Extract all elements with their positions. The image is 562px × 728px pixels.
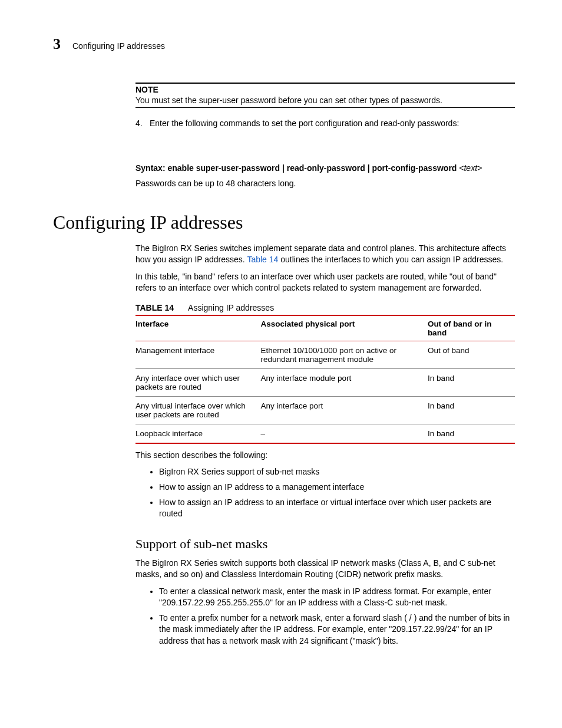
note-label: NOTE [135, 85, 515, 94]
cell: In band [428, 396, 515, 424]
cell: Loopback interface [135, 424, 261, 443]
table-row: Any virtual interface over which user pa… [135, 396, 515, 424]
cell: Out of band [428, 341, 515, 368]
list-item: BigIron RX Series support of sub-net mas… [159, 466, 515, 478]
cell: In band [428, 424, 515, 443]
step-4: 4. Enter the following commands to set t… [135, 118, 515, 128]
section-bullet-list: BigIron RX Series support of sub-net mas… [135, 466, 515, 519]
list-item: To enter a classical network mask, enter… [159, 586, 515, 609]
table-row: Loopback interface – In band [135, 424, 515, 443]
cell: – [261, 424, 428, 443]
th-band: Out of band or in band [428, 315, 515, 341]
intro-paragraph-1: The BigIron RX Series switches implement… [135, 243, 515, 265]
cell: Any interface port [261, 396, 428, 424]
note-text: You must set the super-user password bef… [135, 95, 515, 105]
cell: Any interface over which user packets ar… [135, 368, 261, 396]
list-item: How to assign an IP address to an interf… [159, 497, 515, 520]
rule [135, 107, 515, 108]
section-heading: Configuring IP addresses [53, 212, 515, 233]
step-text: Enter the following commands to set the … [150, 118, 459, 128]
subnet-bullet-list: To enter a classical network mask, enter… [135, 586, 515, 647]
subsection-paragraph: The BigIron RX Series switch supports bo… [135, 558, 515, 580]
section-intro: This section describes the following: [135, 450, 515, 461]
chapter-number: 3 [53, 35, 61, 53]
text: outlines the interfaces to which you can… [278, 255, 503, 264]
ip-address-table: Interface Associated physical port Out o… [135, 315, 515, 444]
cell: Management interface [135, 341, 261, 368]
table-row: Management interface Ethernet 10/100/100… [135, 341, 515, 368]
cell: In band [428, 368, 515, 396]
table-row: Any interface over which user packets ar… [135, 368, 515, 396]
syntax-prefix: Syntax: [135, 163, 167, 173]
password-note: Passwords can be up to 48 characters lon… [135, 179, 515, 188]
syntax-arg: <text> [457, 163, 482, 173]
table-header-row: Interface Associated physical port Out o… [135, 315, 515, 341]
subsection-heading: Support of sub-net masks [135, 536, 515, 552]
syntax-command: enable super-user-password | read-only-p… [167, 163, 457, 173]
cell: Ethernet 10/100/1000 port on active or r… [261, 341, 428, 368]
syntax-line: Syntax: enable super-user-password | rea… [135, 163, 515, 173]
cell: Any virtual interface over which user pa… [135, 396, 261, 424]
step-number: 4. [135, 118, 150, 128]
section-body: The BigIron RX Series switches implement… [135, 243, 515, 647]
th-port: Associated physical port [261, 315, 428, 341]
th-interface: Interface [135, 315, 261, 341]
running-title: Configuring IP addresses [72, 41, 165, 51]
table-ref-link[interactable]: Table 14 [247, 255, 278, 264]
page: 3 Configuring IP addresses NOTE You must… [0, 0, 562, 687]
intro-paragraph-2: In this table, "in band" refers to an in… [135, 271, 515, 294]
running-header: 3 Configuring IP addresses [53, 35, 515, 53]
rule [135, 83, 515, 84]
table-caption: TABLE 14Assigning IP addresses [135, 303, 515, 312]
table-number: TABLE 14 [135, 303, 174, 312]
cell: Any interface module port [261, 368, 428, 396]
table-title: Assigning IP addresses [188, 303, 274, 312]
note-block: NOTE You must set the super-user passwor… [135, 83, 515, 188]
list-item: To enter a prefix number for a network m… [159, 612, 515, 647]
list-item: How to assign an IP address to a managem… [159, 482, 515, 493]
